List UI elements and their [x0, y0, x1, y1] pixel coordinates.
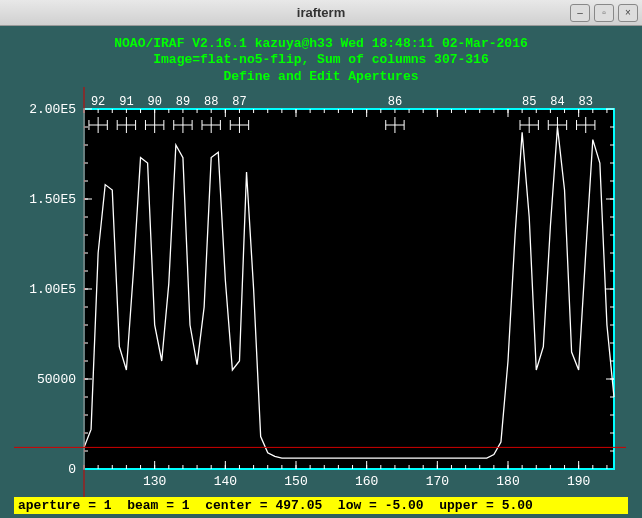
header-line3: Define and Edit Apertures — [14, 69, 628, 85]
aperture-label: 84 — [550, 95, 564, 109]
y-tick-label: 2.00E5 — [29, 102, 76, 117]
y-tick-label: 50000 — [37, 372, 76, 387]
y-tick-label: 0 — [68, 462, 76, 477]
terminal-area: NOAO/IRAF V2.16.1 kazuya@h33 Wed 18:48:1… — [0, 26, 642, 518]
y-tick-label: 1.50E5 — [29, 192, 76, 207]
minimize-button[interactable]: – — [570, 4, 590, 22]
window-titlebar: irafterm – ▫ × — [0, 0, 642, 26]
aperture-label: 90 — [147, 95, 161, 109]
aperture-label: 87 — [232, 95, 246, 109]
aperture-label: 92 — [91, 95, 105, 109]
window-controls: – ▫ × — [570, 4, 638, 22]
aperture-label: 89 — [176, 95, 190, 109]
x-tick-label: 170 — [426, 474, 449, 489]
aperture-label: 85 — [522, 95, 536, 109]
header-block: NOAO/IRAF V2.16.1 kazuya@h33 Wed 18:48:1… — [14, 36, 628, 85]
maximize-button[interactable]: ▫ — [594, 4, 614, 22]
aperture-label: 86 — [388, 95, 402, 109]
x-tick-label: 160 — [355, 474, 378, 489]
plot-canvas[interactable]: 500001.00E51.50E52.00E513014015016017018… — [14, 87, 626, 497]
header-line2: Image=flat-no5-flip, Sum of columns 307-… — [14, 52, 628, 68]
plot-container[interactable]: 500001.00E51.50E52.00E513014015016017018… — [14, 87, 628, 497]
window-title: irafterm — [297, 5, 345, 20]
x-tick-label: 190 — [567, 474, 590, 489]
x-tick-label: 180 — [496, 474, 519, 489]
aperture-label: 83 — [579, 95, 593, 109]
status-bar: aperture = 1 beam = 1 center = 497.05 lo… — [14, 497, 628, 514]
aperture-label: 91 — [119, 95, 133, 109]
header-line1: NOAO/IRAF V2.16.1 kazuya@h33 Wed 18:48:1… — [14, 36, 628, 52]
x-tick-label: 150 — [284, 474, 307, 489]
y-tick-label: 1.00E5 — [29, 282, 76, 297]
close-button[interactable]: × — [618, 4, 638, 22]
svg-rect-0 — [84, 109, 614, 469]
aperture-label: 88 — [204, 95, 218, 109]
x-tick-label: 130 — [143, 474, 166, 489]
x-tick-label: 140 — [214, 474, 237, 489]
